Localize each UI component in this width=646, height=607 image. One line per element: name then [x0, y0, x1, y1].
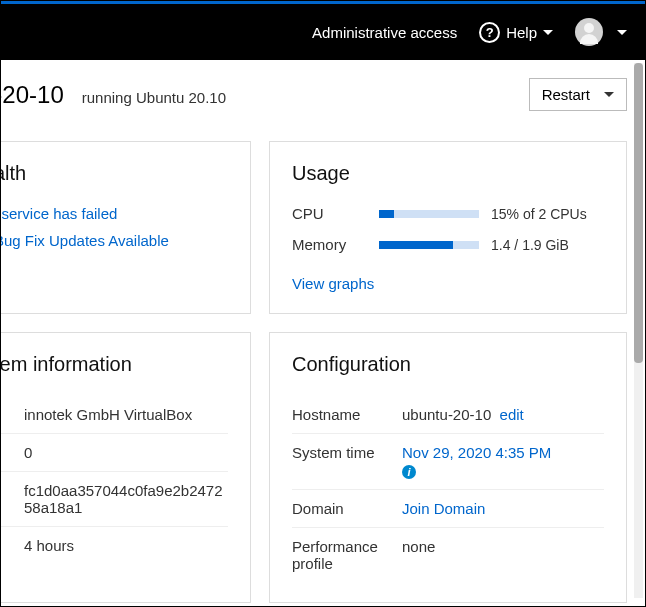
- chevron-down-icon: [543, 30, 553, 35]
- perf-label: Performance profile: [292, 538, 402, 572]
- sysinfo-label: hine: [1, 482, 24, 516]
- health-card: alth l service has failed Bug Fix Update…: [1, 141, 251, 314]
- info-icon[interactable]: i: [402, 465, 416, 479]
- health-item-service-failed[interactable]: l service has failed: [1, 205, 228, 222]
- systime-label: System time: [292, 444, 402, 479]
- chevron-down-icon: [617, 30, 627, 35]
- restart-button[interactable]: Restart: [529, 78, 627, 111]
- admin-access-label[interactable]: Administrative access: [312, 24, 457, 41]
- cpu-value: 15% of 2 CPUs: [491, 206, 587, 222]
- help-menu[interactable]: ? Help: [479, 22, 553, 43]
- usage-card: Usage CPU 15% of 2 CPUs Memory 1.4 / 1.9…: [269, 141, 627, 314]
- memory-label: Memory: [292, 236, 367, 253]
- cpu-bar: [379, 210, 479, 218]
- configuration-title: Configuration: [292, 353, 604, 376]
- system-info-title: tem information: [1, 353, 228, 376]
- help-icon: ?: [479, 22, 500, 43]
- user-menu[interactable]: [575, 18, 627, 46]
- sysinfo-value: 4 hours: [24, 537, 74, 554]
- sysinfo-value: 0: [24, 444, 32, 461]
- scrollbar-thumb[interactable]: [634, 63, 643, 363]
- domain-label: Domain: [292, 500, 402, 517]
- sysinfo-value: fc1d0aa357044c0fa9e2b247258a18a1: [24, 482, 228, 516]
- avatar-icon: [575, 18, 603, 46]
- join-domain-link[interactable]: Join Domain: [402, 500, 485, 517]
- view-graphs-link[interactable]: View graphs: [292, 275, 374, 292]
- help-label: Help: [506, 24, 537, 41]
- restart-label: Restart: [542, 86, 590, 103]
- perf-value: none: [402, 538, 435, 572]
- edit-hostname-link[interactable]: edit: [500, 406, 524, 423]
- usage-title: Usage: [292, 162, 604, 185]
- os-subtitle: running Ubuntu 20.10: [82, 89, 226, 106]
- sysinfo-label: me: [1, 537, 24, 554]
- system-info-card: tem information el innotek GmbH VirtualB…: [1, 332, 251, 603]
- sysinfo-label: el: [1, 406, 24, 423]
- sysinfo-value: innotek GmbH VirtualBox: [24, 406, 192, 423]
- masthead: Administrative access ? Help: [1, 4, 645, 60]
- configuration-card: Configuration Hostname ubuntu-20-10 edit…: [269, 332, 627, 603]
- systime-value[interactable]: Nov 29, 2020 4:35 PM: [402, 444, 551, 461]
- health-title: alth: [1, 162, 228, 185]
- cpu-label: CPU: [292, 205, 367, 222]
- health-item-updates[interactable]: Bug Fix Updates Available: [1, 232, 228, 249]
- page-title: ntu-20-10: [1, 81, 64, 109]
- hostname-label: Hostname: [292, 406, 402, 423]
- sysinfo-label: t tag: [1, 444, 24, 461]
- hostname-value: ubuntu-20-10: [402, 406, 491, 423]
- chevron-down-icon: [604, 92, 614, 97]
- memory-value: 1.4 / 1.9 GiB: [491, 237, 569, 253]
- memory-bar: [379, 241, 479, 249]
